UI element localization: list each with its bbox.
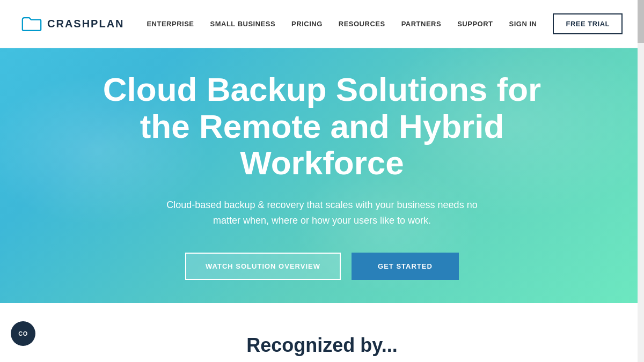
below-hero-partial-text: Recognized by... xyxy=(246,334,397,357)
nav-item-sign-in[interactable]: SIGN IN xyxy=(509,20,537,28)
logo-text: CRASHPLAN xyxy=(47,18,125,30)
nav-item-pricing[interactable]: PRICING xyxy=(291,20,323,28)
hero-title: Cloud Backup Solutions for the Remote an… xyxy=(94,71,550,181)
hero-subtitle: Cloud-based backup & recovery that scale… xyxy=(156,197,488,228)
scrollbar-thumb[interactable] xyxy=(638,0,644,43)
free-trial-button[interactable]: FREE TRIAL xyxy=(553,13,623,34)
hero-buttons: WATCH SOLUTION OVERVIEW GET STARTED xyxy=(185,253,459,280)
scrollbar-track[interactable] xyxy=(638,0,644,362)
chat-bubble-label: CO xyxy=(18,330,28,337)
nav-item-support[interactable]: SUPPORT xyxy=(457,20,493,28)
chat-bubble-button[interactable]: CO xyxy=(11,321,35,346)
watch-overview-button[interactable]: WATCH SOLUTION OVERVIEW xyxy=(185,253,341,280)
nav-item-enterprise[interactable]: ENTERPRISE xyxy=(147,20,194,28)
hero-section: Cloud Backup Solutions for the Remote an… xyxy=(0,48,644,303)
below-hero-section: Recognized by... xyxy=(0,303,644,362)
nav-item-partners[interactable]: PARTNERS xyxy=(401,20,442,28)
logo[interactable]: CRASHPLAN xyxy=(21,17,125,32)
nav: ENTERPRISE SMALL BUSINESS PRICING RESOUR… xyxy=(147,13,623,34)
logo-icon xyxy=(21,17,42,32)
nav-item-resources[interactable]: RESOURCES xyxy=(339,20,385,28)
nav-item-small-business[interactable]: SMALL BUSINESS xyxy=(210,20,276,28)
header: CRASHPLAN ENTERPRISE SMALL BUSINESS PRIC… xyxy=(0,0,644,48)
get-started-button[interactable]: GET STARTED xyxy=(352,253,459,280)
